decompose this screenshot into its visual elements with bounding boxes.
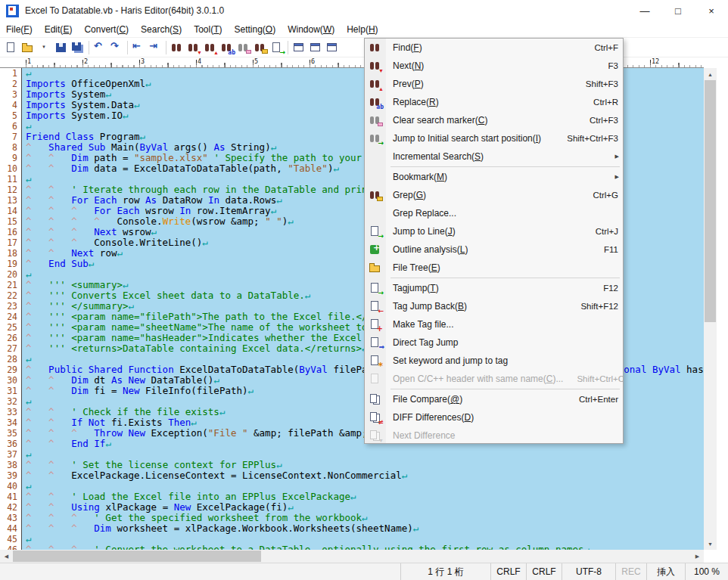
- menu-search-s[interactable]: Search(S): [135, 21, 188, 37]
- eol-mark: ↵: [219, 406, 226, 417]
- line-number: 33: [0, 407, 22, 417]
- menu-item-next-difference[interactable]: Next Difference: [365, 426, 623, 444]
- menu-item-shortcut: Shift+F12: [567, 302, 618, 311]
- menu-item-find-f[interactable]: Find(F)Ctrl+F: [365, 39, 623, 57]
- menu-item-shortcut: F3: [595, 61, 618, 70]
- menu-edit-e[interactable]: Edit(E): [39, 21, 79, 37]
- new-file-button[interactable]: [3, 39, 20, 56]
- find-prev-button[interactable]: [202, 39, 219, 56]
- menu-item-make-tag-file[interactable]: Make Tag file...: [365, 315, 623, 333]
- horizontal-scrollbar[interactable]: ◀ ▶: [0, 550, 704, 563]
- menu-item-shortcut: F12: [590, 284, 618, 293]
- diff-icon: [369, 411, 382, 423]
- ruler-number: 12: [652, 57, 659, 65]
- menu-item-open-c-c-header-with-same-name-c[interactable]: Open C/C++ header with same name(C)...Sh…: [365, 370, 623, 388]
- save-all-button[interactable]: [70, 39, 86, 56]
- eol-mark: ↵: [26, 68, 32, 79]
- find-button[interactable]: [169, 39, 185, 56]
- menu-item-grep-replace[interactable]: Grep Replace...: [365, 204, 623, 222]
- line-number: 37: [0, 449, 22, 460]
- code-line-text: Imports OfficeOpenXml↵: [22, 79, 151, 89]
- tagjump-button[interactable]: [269, 39, 285, 56]
- line-number: 18: [0, 248, 22, 259]
- horizontal-scrollbar-thumb[interactable]: [13, 551, 261, 562]
- menu-item-label: Direct Tag Jump: [393, 337, 458, 348]
- find-next-icon: [369, 60, 382, 72]
- line-number: 12: [0, 185, 22, 195]
- eol-mark: ↵: [26, 353, 32, 364]
- open-file-button[interactable]: [20, 39, 36, 56]
- menu-item-diff-differences-d[interactable]: DIFF Differences(D): [365, 408, 623, 426]
- line-number: 5: [0, 110, 22, 121]
- jump-back-button[interactable]: [130, 39, 147, 56]
- menu-item-grep-g[interactable]: Grep(G)Ctrl+G: [365, 186, 623, 204]
- search-start-icon: [369, 132, 382, 144]
- line-number: 31: [0, 386, 22, 396]
- menu-file-f[interactable]: File(F): [0, 21, 39, 37]
- jump-line-icon: [369, 225, 382, 237]
- menu-item-next-n[interactable]: Next(N)F3: [365, 57, 623, 75]
- scroll-left-arrow-icon[interactable]: ◀: [0, 550, 13, 563]
- scroll-right-arrow-icon[interactable]: ▶: [691, 550, 704, 563]
- menu-item-icon-gutter: [365, 352, 386, 370]
- tagjump-back-icon: [369, 300, 382, 312]
- menu-window-w[interactable]: Window(W): [282, 21, 341, 37]
- grep-button[interactable]: [252, 39, 269, 56]
- menu-item-tag-jump-back-b[interactable]: Tag Jump Back(B)Shift+F12: [365, 297, 623, 315]
- menu-item-shortcut: Ctrl+J: [582, 227, 618, 236]
- direct-tagjump-icon: [369, 337, 382, 349]
- undo-button[interactable]: [92, 39, 108, 56]
- menu-item-jump-to-initial-search-start-position-i[interactable]: Jump to Initial search start position(I)…: [365, 129, 623, 147]
- menu-item-jump-to-line-j[interactable]: Jump to Line(J)Ctrl+J: [365, 222, 623, 240]
- scroll-up-arrow-icon[interactable]: ▲: [704, 68, 717, 80]
- menu-item-tagjump-t[interactable]: Tagjump(T)F12: [365, 279, 623, 297]
- clear-search-marker-button[interactable]: [235, 39, 252, 56]
- eol-mark: ↵: [288, 501, 294, 513]
- line-number: 36: [0, 439, 22, 449]
- menu-item-prev-p[interactable]: Prev(P)Shift+F3: [365, 75, 623, 93]
- scroll-down-arrow-icon[interactable]: ▼: [704, 538, 717, 550]
- minimize-button[interactable]: —: [628, 0, 661, 21]
- code-line-text: ↵: [22, 174, 32, 185]
- maximize-button[interactable]: □: [661, 0, 695, 21]
- eol-mark: ↵: [26, 120, 32, 132]
- vertical-scrollbar-thumb[interactable]: [705, 80, 716, 322]
- code-line-text: ↵: [22, 396, 32, 407]
- menu-item-label: Clear search marker(C): [393, 115, 487, 126]
- menu-item-outline-analysis-l[interactable]: Outline analysis(L)F11: [365, 240, 623, 259]
- save-button[interactable]: [53, 39, 70, 56]
- menu-item-label: Find(F): [393, 42, 422, 53]
- redo-button[interactable]: [108, 39, 125, 56]
- window-list-button[interactable]: [324, 39, 341, 56]
- menu-item-set-keyword-and-jump-to-tag[interactable]: Set keyword and jump to tag: [365, 352, 623, 370]
- menu-item-icon-gutter: [365, 408, 386, 426]
- menu-help-h[interactable]: Help(H): [341, 21, 384, 37]
- line-number: 30: [0, 375, 22, 386]
- toolbar-separator: [89, 41, 89, 54]
- caret-position: 1 行 1 桁: [400, 563, 490, 580]
- close-button[interactable]: ×: [695, 0, 728, 21]
- menu-item-direct-tag-jump[interactable]: Direct Tag Jump: [365, 333, 623, 352]
- menu-convert-c[interactable]: Convert(C): [78, 21, 135, 37]
- menu-item-bookmark-m[interactable]: Bookmark(M)▶: [365, 168, 623, 186]
- vertical-scrollbar[interactable]: ▲ ▼: [704, 68, 717, 550]
- menu-item-replace-r[interactable]: Replace(R)Ctrl+R: [365, 93, 623, 111]
- menu-item-clear-search-marker-c[interactable]: Clear search marker(C)Ctrl+F3: [365, 111, 623, 129]
- open-file-menu-button[interactable]: [36, 39, 53, 56]
- menu-item-shortcut: Ctrl+F3: [576, 116, 618, 125]
- jump-forward-button[interactable]: [147, 39, 163, 56]
- status-bar: 1 行 1 桁CRLFCRLFUTF-8REC挿入100 %: [0, 563, 728, 580]
- menu-item-file-tree-e[interactable]: File Tree(E): [365, 259, 623, 277]
- menu-item-file-compare-@[interactable]: File Compare(@)Ctrl+Enter: [365, 390, 623, 408]
- cascade-windows-button[interactable]: [307, 39, 324, 56]
- menu-tool-t[interactable]: Tool(T): [188, 21, 228, 37]
- find-next-button[interactable]: [185, 39, 202, 56]
- file-compare-icon: [369, 393, 382, 405]
- menu-setting-o[interactable]: Setting(O): [228, 21, 282, 37]
- jump-back-icon: [132, 42, 145, 54]
- tile-windows-button[interactable]: [291, 39, 307, 56]
- replace-button[interactable]: [219, 39, 235, 56]
- menu-item-incremental-search-s[interactable]: Incremental Search(S)▶: [365, 147, 623, 166]
- line-number: 7: [0, 132, 22, 142]
- open-header-icon: [369, 373, 382, 385]
